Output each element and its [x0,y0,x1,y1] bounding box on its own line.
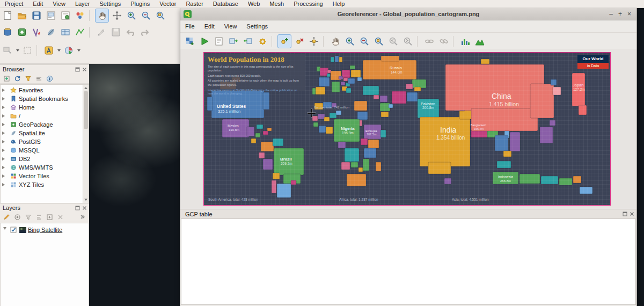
transformation-settings-icon[interactable] [256,35,269,48]
transform-settings-back-icon[interactable] [227,35,240,48]
new-virtual-layer-icon[interactable] [59,26,72,39]
expand-arrow-icon[interactable] [2,114,8,118]
browser-collapse-icon[interactable] [34,74,43,83]
panel-float-icon[interactable] [622,212,627,217]
expand-arrow-icon[interactable] [2,174,8,178]
menu-settings[interactable]: Settings [94,0,126,8]
browser-refresh-icon[interactable] [13,74,21,83]
save-project-icon[interactable] [30,9,43,22]
browser-item-xyz-tiles[interactable]: XYZ Tiles [1,180,84,189]
menu-help[interactable]: Help [328,0,350,8]
pan-map-icon[interactable] [95,9,109,23]
browser-item-spatialite[interactable]: SpatiaLite [1,129,84,137]
georeferencer-canvas[interactable]: World Population in 2018 The size of eac… [180,49,636,209]
georeferencer-titlebar[interactable]: Georeferencer - Global_population_cartog… [180,8,636,20]
zoom-out-icon[interactable] [140,9,152,22]
remove-layer-icon[interactable] [56,213,64,221]
menu-web[interactable]: Web [243,0,265,8]
filter-legend-icon[interactable] [13,213,21,221]
window-minimize-icon[interactable]: – [609,10,613,18]
scroll-up-icon[interactable] [84,87,87,89]
datasource-manager-icon[interactable] [1,26,14,39]
expand-arrow-icon[interactable] [3,227,6,232]
browser-filter-icon[interactable] [24,74,32,83]
menu-vector[interactable]: Vector [155,0,181,8]
style-manager-icon[interactable] [74,9,86,22]
menu-mesh[interactable]: Mesh [265,0,289,8]
menu-edit[interactable]: Edit [28,0,48,8]
menu-layer[interactable]: Layer [70,0,95,8]
menu-view[interactable]: View [48,0,70,8]
browser-item-home[interactable]: Home [1,103,84,112]
histogram-stretch-full-icon[interactable] [459,35,472,48]
zoom-full-icon[interactable] [154,9,167,22]
browser-item-favorites[interactable]: Favorites [1,86,84,94]
pan-tool-icon[interactable] [329,35,342,48]
pan-to-selection-icon[interactable] [111,9,123,22]
browser-scrollbar[interactable] [83,84,89,203]
zoom-out-icon[interactable] [358,35,371,48]
georef-menu-file[interactable]: File [180,23,200,30]
layout-manager-icon[interactable] [59,9,72,22]
expand-arrow-icon[interactable] [2,89,8,92]
expand-arrow-icon[interactable] [2,97,8,100]
menu-processing[interactable]: Processing [289,0,327,8]
zoom-next-icon[interactable] [401,35,414,48]
link-georef-to-qgis-icon[interactable] [423,35,436,48]
redo-icon[interactable] [138,26,151,39]
panel-float-icon[interactable] [75,67,80,72]
browser-item-mssql[interactable]: MSSQL [1,146,84,155]
panel-close-icon[interactable] [629,212,634,217]
browser-item-root[interactable]: / [1,112,84,120]
zoom-in-icon[interactable] [125,9,138,22]
browser-properties-icon[interactable] [45,74,54,83]
scrollbar-thumb[interactable] [84,91,88,129]
gcp-table-body[interactable] [181,218,636,305]
new-project-icon[interactable] [1,9,14,22]
open-project-icon[interactable] [16,9,28,22]
browser-add-icon[interactable] [2,74,11,83]
link-qgis-to-georef-icon[interactable] [437,35,450,48]
layer-item-bing-satellite[interactable]: Bing Satellite [1,225,90,234]
window-maximize-icon[interactable]: + [618,10,622,18]
browser-item-geopackage[interactable]: GeoPackage [1,120,84,129]
expand-arrow-icon[interactable] [2,132,8,135]
expand-arrow-icon[interactable] [2,149,8,152]
identify-features-icon[interactable] [1,44,14,57]
select-features-icon[interactable] [21,44,34,57]
panel-close-icon[interactable] [82,205,87,210]
expand-arrow-icon[interactable] [2,123,8,126]
zoom-last-icon[interactable] [387,35,400,48]
dropdown-caret-icon[interactable] [16,49,19,52]
delete-point-icon[interactable] [293,35,306,48]
toggle-editing-icon[interactable] [95,26,108,39]
filter-expression-icon[interactable] [34,213,43,221]
new-layout-icon[interactable] [45,9,57,22]
zoom-in-icon[interactable] [343,35,356,48]
expand-all-icon[interactable] [45,213,54,221]
expand-arrow-icon[interactable] [2,157,8,161]
open-raster-icon[interactable] [184,35,196,48]
expand-arrow-icon[interactable] [2,140,8,143]
menu-database[interactable]: Database [208,0,243,8]
cartogram-image[interactable]: World Population in 2018 The size of eac… [203,52,611,206]
new-spatialite-icon[interactable] [45,26,57,39]
menu-plugins[interactable]: Plugins [126,0,155,8]
layer-styling-icon[interactable] [2,213,11,221]
panel-close-icon[interactable] [82,67,87,72]
georef-menu-settings[interactable]: Settings [241,23,273,30]
layer-labeling-icon[interactable] [42,44,55,57]
transform-settings-forward-icon[interactable] [241,35,254,48]
browser-item-postgis[interactable]: PostGIS [1,137,84,146]
menu-project[interactable]: Project [0,0,28,8]
new-shapefile-icon[interactable] [30,26,43,39]
expand-arrow-icon[interactable] [2,183,8,186]
histogram-stretch-local-icon[interactable] [473,35,486,48]
browser-item-spatial-bookmarks[interactable]: Spatial Bookmarks [1,94,84,103]
browser-item-vector-tiles[interactable]: Vector Tiles [1,172,84,180]
toolbar-overflow-icon[interactable] [78,213,87,221]
map-themes-icon[interactable] [24,213,32,221]
dropdown-caret-icon[interactable] [57,49,61,52]
new-geopackage-icon[interactable] [16,26,28,39]
layer-checkbox[interactable] [10,226,17,234]
